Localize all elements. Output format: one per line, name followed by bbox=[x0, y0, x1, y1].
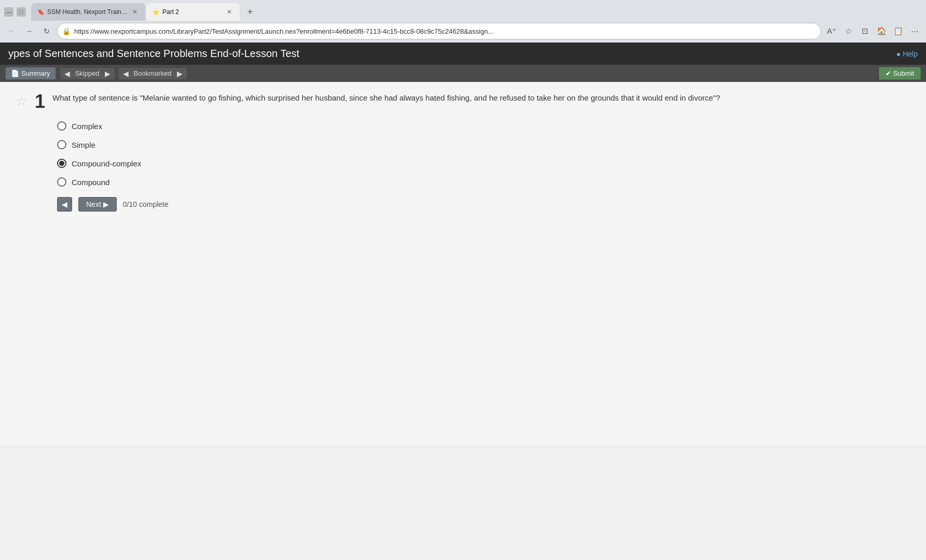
window-controls: — □ bbox=[4, 7, 26, 17]
next-button[interactable]: Next ▶ bbox=[78, 197, 117, 212]
skipped-nav-group: ◀ Skipped ▶ bbox=[60, 68, 115, 79]
bottom-nav: ◀ Next ▶ 0/10 complete bbox=[57, 197, 910, 212]
skipped-prev-button[interactable]: ◀ bbox=[63, 69, 71, 78]
help-link[interactable]: ● Help bbox=[896, 50, 918, 58]
add-favorite-button[interactable]: 🏠 bbox=[874, 24, 889, 38]
tab-favicon-ssm: 🔖 bbox=[37, 9, 45, 16]
radio-compound[interactable] bbox=[57, 177, 66, 187]
back-button[interactable]: ← bbox=[4, 24, 19, 38]
summary-button[interactable]: 📄 Summary bbox=[5, 67, 56, 80]
help-circle-icon: ● bbox=[896, 50, 901, 58]
tab-bar: — □ 🔖 SSM Health. Nexport Trainings ✕ ⭐ … bbox=[0, 0, 926, 21]
progress-text: 0/10 complete bbox=[123, 200, 169, 208]
toolbar: 📄 Summary ◀ Skipped ▶ ◀ Bookmarked ▶ ✔ S… bbox=[0, 65, 926, 82]
option-label-simple: Simple bbox=[72, 141, 95, 149]
question-row: ☆ 1 What type of sentence is "Melanie wa… bbox=[16, 92, 910, 111]
minimize-button[interactable]: — bbox=[4, 7, 13, 17]
option-compound-complex[interactable]: Compound-complex bbox=[57, 159, 910, 168]
copy-button[interactable]: 📋 bbox=[891, 24, 905, 38]
address-input[interactable] bbox=[57, 23, 821, 39]
tab-close-part2[interactable]: ✕ bbox=[225, 8, 233, 16]
favorites-button[interactable]: ☆ bbox=[841, 24, 855, 38]
option-compound[interactable]: Compound bbox=[57, 177, 910, 187]
bookmarked-prev-button[interactable]: ◀ bbox=[122, 69, 130, 78]
toolbar-left: 📄 Summary ◀ Skipped ▶ ◀ Bookmarked ▶ bbox=[5, 67, 187, 80]
option-label-compound-complex: Compound-complex bbox=[72, 159, 141, 168]
question-text: What type of sentence is "Melanie wanted… bbox=[52, 92, 910, 104]
address-bar-container: 🔒 bbox=[57, 23, 821, 39]
submit-button[interactable]: ✔ Submit bbox=[879, 67, 921, 80]
new-tab-button[interactable]: + bbox=[243, 5, 257, 19]
next-arrow-icon: ▶ bbox=[103, 200, 109, 208]
reload-button[interactable]: ↻ bbox=[39, 24, 54, 38]
prev-button[interactable]: ◀ bbox=[57, 197, 72, 212]
address-bar-row: ← → ↻ 🔒 A⁺ ☆ ⊡ 🏠 📋 ⋯ bbox=[0, 21, 926, 43]
browser-actions: A⁺ ☆ ⊡ 🏠 📋 ⋯ bbox=[824, 24, 922, 38]
maximize-button[interactable]: □ bbox=[17, 7, 26, 17]
toolbar-right: ✔ Submit bbox=[879, 67, 921, 80]
tab-part2[interactable]: ⭐ Part 2 ✕ bbox=[146, 3, 240, 21]
summary-icon: 📄 bbox=[11, 69, 19, 77]
question-number: 1 bbox=[35, 92, 45, 111]
lock-icon: 🔒 bbox=[62, 27, 71, 35]
radio-simple[interactable] bbox=[57, 140, 66, 149]
radio-compound-complex[interactable] bbox=[57, 159, 66, 168]
browser-chrome: — □ 🔖 SSM Health. Nexport Trainings ✕ ⭐ … bbox=[0, 0, 926, 43]
main-content: ☆ 1 What type of sentence is "Melanie wa… bbox=[0, 82, 926, 445]
option-complex[interactable]: Complex bbox=[57, 121, 910, 131]
tab-close-ssm[interactable]: ✕ bbox=[131, 8, 139, 16]
bookmarked-nav-group: ◀ Bookmarked ▶ bbox=[119, 68, 187, 79]
bookmarked-next-button[interactable]: ▶ bbox=[176, 69, 184, 78]
bookmarked-label: Bookmarked bbox=[132, 69, 174, 77]
radio-complex[interactable] bbox=[57, 121, 66, 131]
skipped-next-button[interactable]: ▶ bbox=[104, 69, 112, 78]
more-button[interactable]: ⋯ bbox=[907, 24, 922, 38]
page-title: ypes of Sentences and Sentence Problems … bbox=[8, 48, 299, 60]
tab-ssm-health[interactable]: 🔖 SSM Health. Nexport Trainings ✕ bbox=[31, 3, 145, 21]
tab-title-ssm: SSM Health. Nexport Trainings bbox=[47, 8, 128, 16]
option-label-complex: Complex bbox=[72, 122, 102, 131]
page-title-bar: ypes of Sentences and Sentence Problems … bbox=[0, 43, 926, 65]
tab-favicon-part2: ⭐ bbox=[153, 9, 160, 16]
bookmark-star-button[interactable]: ☆ bbox=[16, 93, 27, 109]
checkmark-icon: ✔ bbox=[886, 69, 891, 77]
reader-mode-button[interactable]: A⁺ bbox=[824, 24, 839, 38]
skipped-label: Skipped bbox=[73, 69, 102, 77]
option-label-compound: Compound bbox=[72, 178, 109, 187]
tab-title-part2: Part 2 bbox=[162, 8, 223, 16]
option-simple[interactable]: Simple bbox=[57, 140, 910, 149]
forward-button[interactable]: → bbox=[22, 24, 36, 38]
split-view-button[interactable]: ⊡ bbox=[858, 24, 872, 38]
options-container: Complex Simple Compound-complex Compound bbox=[57, 121, 910, 187]
